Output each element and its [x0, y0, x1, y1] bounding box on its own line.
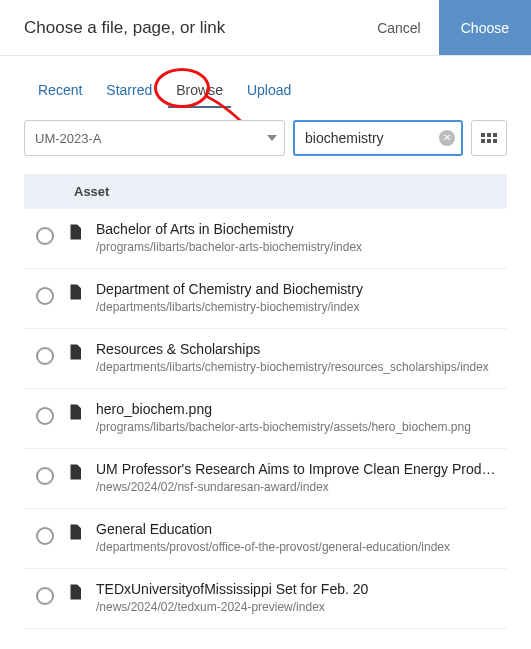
asset-row[interactable]: TEDxUniversityofMississippi Set for Feb.… [24, 569, 507, 629]
dialog-title: Choose a file, page, or link [24, 18, 225, 38]
page-file-icon [66, 223, 84, 244]
asset-row[interactable]: General Education/departments/provost/of… [24, 509, 507, 569]
grid-icon [481, 133, 497, 143]
dialog-header: Choose a file, page, or link Cancel Choo… [0, 0, 531, 56]
asset-list: Asset Bachelor of Arts in Biochemistry/p… [0, 174, 531, 629]
tabs: Recent Starred Browse Upload [0, 56, 531, 108]
asset-body: hero_biochem.png/programs/libarts/bachel… [96, 401, 499, 434]
page-file-icon [66, 463, 84, 484]
asset-title: Resources & Scholarships [96, 341, 499, 357]
asset-path: /news/2024/02/tedxum-2024-preview/index [96, 600, 499, 614]
tab-browse[interactable]: Browse [166, 74, 233, 108]
asset-row[interactable]: Resources & Scholarships/departments/lib… [24, 329, 507, 389]
asset-path: /programs/libarts/bachelor-arts-biochemi… [96, 240, 499, 254]
page-file-icon [66, 343, 84, 364]
asset-title: Bachelor of Arts in Biochemistry [96, 221, 499, 237]
asset-path: /news/2024/02/nsf-sundaresan-award/index [96, 480, 499, 494]
site-select-wrap: UM-2023-A [24, 120, 285, 156]
select-radio[interactable] [36, 287, 54, 305]
page-file-icon [66, 283, 84, 304]
select-radio[interactable] [36, 407, 54, 425]
search-input[interactable] [293, 120, 463, 156]
site-select[interactable]: UM-2023-A [24, 120, 285, 156]
asset-title: General Education [96, 521, 499, 537]
asset-title: TEDxUniversityofMississippi Set for Feb.… [96, 581, 499, 597]
tab-upload[interactable]: Upload [237, 74, 301, 108]
asset-path: /programs/libarts/bachelor-arts-biochemi… [96, 420, 499, 434]
asset-row[interactable]: hero_biochem.png/programs/libarts/bachel… [24, 389, 507, 449]
asset-title: hero_biochem.png [96, 401, 499, 417]
asset-body: TEDxUniversityofMississippi Set for Feb.… [96, 581, 499, 614]
asset-title: Department of Chemistry and Biochemistry [96, 281, 499, 297]
search-wrap: ✕ [293, 120, 463, 156]
header-actions: Cancel Choose [359, 0, 531, 55]
asset-path: /departments/provost/office-of-the-provo… [96, 540, 499, 554]
page-file-icon [66, 583, 84, 604]
select-radio[interactable] [36, 527, 54, 545]
cancel-button[interactable]: Cancel [359, 0, 439, 55]
asset-row[interactable]: UM Professor's Research Aims to Improve … [24, 449, 507, 509]
select-radio[interactable] [36, 587, 54, 605]
chevron-down-icon [267, 135, 277, 141]
tab-recent[interactable]: Recent [28, 74, 92, 108]
grid-view-button[interactable] [471, 120, 507, 156]
asset-path: /departments/libarts/chemistry-biochemis… [96, 360, 499, 374]
tab-starred[interactable]: Starred [96, 74, 162, 108]
asset-title: UM Professor's Research Aims to Improve … [96, 461, 499, 477]
asset-body: UM Professor's Research Aims to Improve … [96, 461, 499, 494]
asset-body: Bachelor of Arts in Biochemistry/program… [96, 221, 499, 254]
select-radio[interactable] [36, 227, 54, 245]
list-header-asset: Asset [24, 174, 507, 209]
asset-row[interactable]: Bachelor of Arts in Biochemistry/program… [24, 209, 507, 269]
asset-body: Department of Chemistry and Biochemistry… [96, 281, 499, 314]
controls-row: UM-2023-A ✕ [0, 108, 531, 174]
choose-button[interactable]: Choose [439, 0, 531, 55]
select-radio[interactable] [36, 347, 54, 365]
asset-path: /departments/libarts/chemistry-biochemis… [96, 300, 499, 314]
asset-row[interactable]: Department of Chemistry and Biochemistry… [24, 269, 507, 329]
asset-body: General Education/departments/provost/of… [96, 521, 499, 554]
page-file-icon [66, 523, 84, 544]
select-radio[interactable] [36, 467, 54, 485]
asset-body: Resources & Scholarships/departments/lib… [96, 341, 499, 374]
clear-search-button[interactable]: ✕ [439, 130, 455, 146]
image-file-icon [66, 403, 84, 424]
